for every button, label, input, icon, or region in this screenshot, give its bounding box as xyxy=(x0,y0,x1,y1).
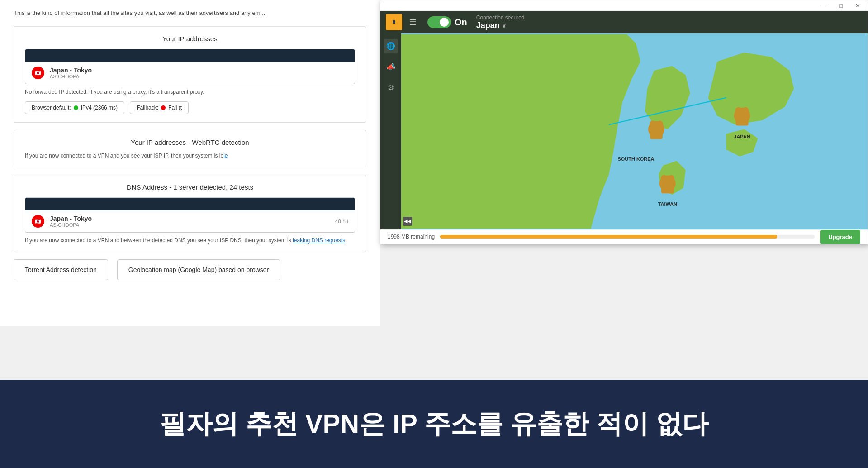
minimize-button[interactable]: — xyxy=(818,1,829,10)
dns-box: 🇯🇵 Japan - Tokyo AS-CHOOPA 48 hit xyxy=(25,197,355,233)
svg-point-9 xyxy=(743,107,749,113)
remaining-bar xyxy=(440,235,815,239)
remaining-text: 1998 MB remaining xyxy=(388,234,435,240)
upgrade-button[interactable]: Upgrade xyxy=(820,230,860,244)
vpn-body: 🌐 📣 ⚙ xyxy=(380,33,868,229)
dns-box-left: 🇯🇵 Japan - Tokyo AS-CHOOPA xyxy=(32,215,92,228)
ip-info: Japan - Tokyo AS-CHOOPA xyxy=(50,67,92,79)
taiwan-bear xyxy=(659,175,676,193)
connection-location: Japan ∨ xyxy=(476,21,525,30)
geolocation-tab[interactable]: Geolocation map (Google Map) based on br… xyxy=(117,259,280,280)
dns-leak-link[interactable]: leaking DNS requests xyxy=(293,237,345,244)
ip-isp: AS-CHOOPA xyxy=(50,74,92,79)
vpn-titlebar: — □ ✕ xyxy=(380,0,868,11)
close-button[interactable]: ✕ xyxy=(853,1,863,10)
south-korea-bear xyxy=(648,120,664,139)
dns-section: DNS Address - 1 server detected, 24 test… xyxy=(14,175,366,252)
dns-title: DNS Address - 1 server detected, 24 test… xyxy=(25,183,355,191)
ip-location: Japan - Tokyo xyxy=(50,67,92,74)
toggle-knob xyxy=(440,18,449,27)
korean-text: 필자의 추천 VPN은 IP 주소를 유출한 적이 없다 xyxy=(160,406,709,442)
no-forwarded-text: No forwarded IP detected. If you are usi… xyxy=(25,89,355,95)
sidebar-item-announce[interactable]: 📣 xyxy=(384,60,398,74)
bottom-tabs: Torrent Address detection Geolocation ma… xyxy=(14,259,366,280)
connection-info: Connection secured Japan ∨ xyxy=(476,14,525,30)
fail-label: Fail (t xyxy=(168,105,182,111)
maximize-button[interactable]: □ xyxy=(836,1,845,10)
japan-flag: 🇯🇵 xyxy=(32,67,44,79)
vpn-sidebar: 🌐 📣 ⚙ xyxy=(380,33,401,229)
ip-box: 🇯🇵 Japan - Tokyo AS-CHOOPA xyxy=(25,49,355,84)
svg-point-8 xyxy=(735,107,742,113)
svg-text:JAPAN: JAPAN xyxy=(734,134,750,139)
ipv4-label: IPv4 (2366 ms) xyxy=(81,105,118,111)
browser-default-pill: Browser default: IPv4 (2366 ms) xyxy=(25,101,124,114)
webrtc-link[interactable]: le xyxy=(223,153,228,159)
sidebar-item-globe[interactable]: 🌐 xyxy=(384,39,398,53)
svg-rect-10 xyxy=(736,115,749,125)
dns-footer-text: If you are now connected to a VPN and be… xyxy=(25,237,355,244)
svg-point-13 xyxy=(661,175,667,181)
webrtc-title: Your IP addresses - WebRTC detection xyxy=(25,138,355,146)
vpn-map: SOUTH KOREA JAPAN TAIWAN xyxy=(401,33,868,229)
chevron-down-icon[interactable]: ∨ xyxy=(502,22,506,29)
red-dot xyxy=(161,105,166,110)
vpn-footer: 1998 MB remaining Upgrade xyxy=(380,229,868,244)
ip-box-body: 🇯🇵 Japan - Tokyo AS-CHOOPA xyxy=(25,62,355,84)
svg-point-3 xyxy=(650,120,656,127)
connection-secured: Connection secured xyxy=(476,14,525,21)
svg-rect-5 xyxy=(650,129,663,139)
status-row: Browser default: IPv4 (2366 ms) Fallback… xyxy=(25,101,355,114)
webrtc-section: Your IP addresses - WebRTC detection If … xyxy=(14,130,366,167)
remaining-bar-fill xyxy=(440,235,777,239)
dns-box-header xyxy=(25,198,355,210)
vpn-toggle[interactable] xyxy=(427,16,451,28)
korean-banner: 필자의 추천 VPN은 IP 주소를 유출한 적이 없다 xyxy=(0,380,868,468)
fallback-pill: Fallback: Fail (t xyxy=(130,101,189,114)
collapse-button[interactable]: ◀◀ xyxy=(403,217,412,226)
vpn-header: ☰ On Connection secured Japan ∨ xyxy=(380,11,868,33)
hit-count: 48 hit xyxy=(335,218,348,224)
svg-text:TAIWAN: TAIWAN xyxy=(658,201,678,207)
ip-addresses-section: Your IP addresses 🇯🇵 Japan - Tokyo AS-CH… xyxy=(14,26,366,123)
on-label: On xyxy=(455,17,467,28)
browser-content: This is the kind of information that all… xyxy=(0,0,380,326)
vpn-app: — □ ✕ ☰ On Connection secured Japan ∨ xyxy=(380,0,868,244)
browser-default-label: Browser default: xyxy=(32,105,71,111)
svg-text:SOUTH KOREA: SOUTH KOREA xyxy=(617,156,654,162)
dns-ip-info: Japan - Tokyo AS-CHOOPA xyxy=(50,215,92,228)
dns-box-body: 🇯🇵 Japan - Tokyo AS-CHOOPA 48 hit xyxy=(25,210,355,232)
japan-bear xyxy=(734,107,750,125)
dns-location: Japan - Tokyo xyxy=(50,215,92,222)
webrtc-text: If you are now connected to a VPN and yo… xyxy=(25,153,355,159)
fallback-label: Fallback: xyxy=(137,105,158,111)
hamburger-icon[interactable]: ☰ xyxy=(408,15,418,29)
dns-japan-flag: 🇯🇵 xyxy=(32,215,44,228)
vpn-logo xyxy=(386,14,402,30)
sidebar-item-settings[interactable]: ⚙ xyxy=(384,81,398,95)
svg-rect-15 xyxy=(661,183,674,193)
green-dot xyxy=(74,105,78,110)
browser-top-text: This is the kind of information that all… xyxy=(14,9,366,17)
ip-addresses-title: Your IP addresses xyxy=(25,35,355,43)
torrent-tab[interactable]: Torrent Address detection xyxy=(14,259,108,280)
dns-isp: AS-CHOOPA xyxy=(50,222,92,228)
ip-box-header xyxy=(25,49,355,62)
svg-point-4 xyxy=(657,120,663,127)
toggle-area: On xyxy=(427,16,467,28)
svg-point-14 xyxy=(668,175,674,181)
